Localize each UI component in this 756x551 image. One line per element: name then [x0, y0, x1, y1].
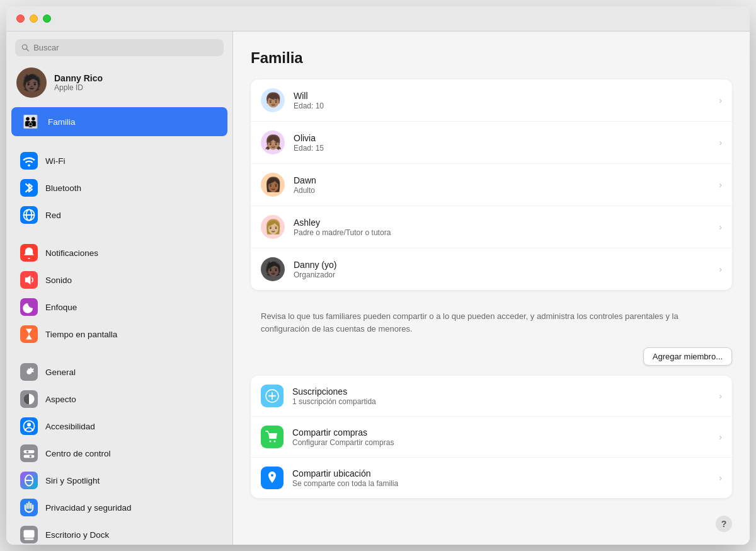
service-row-suscripciones[interactable]: Suscripciones 1 suscripción compartida ›	[251, 376, 732, 417]
siri-icon-wrapper	[20, 472, 38, 489]
member-name-will: Will	[294, 91, 710, 101]
hourglass-icon-wrapper	[20, 325, 38, 343]
close-button[interactable]	[16, 14, 25, 23]
service-name-suscripciones: Suscripciones	[292, 386, 710, 397]
svg-rect-15	[23, 530, 34, 538]
svg-marker-5	[25, 276, 31, 285]
person-circle-icon-wrapper	[20, 417, 38, 435]
suscripciones-icon	[261, 385, 284, 407]
sidebar-item-general[interactable]: General	[11, 359, 227, 385]
sidebar-item-escritorio[interactable]: Escritorio y Dock	[11, 521, 227, 545]
service-row-ubicacion[interactable]: Compartir ubicación Se comparte con toda…	[251, 458, 732, 498]
sound-icon-wrapper	[20, 271, 38, 289]
sidebar-item-enfoque[interactable]: Enfoque	[11, 294, 227, 320]
circle-half-icon-wrapper	[20, 390, 38, 408]
gear-icon-wrapper	[20, 363, 38, 381]
service-info-ubicacion: Compartir ubicación Se comparte con toda…	[292, 468, 710, 488]
sidebar-item-tiempo[interactable]: Tiempo en pantalla	[11, 321, 227, 347]
sidebar-item-familia[interactable]: 👪 Familia	[11, 107, 227, 136]
chevron-icon-ashley: ›	[719, 222, 722, 232]
member-name-danny: Danny (yo)	[294, 260, 710, 270]
siri-icon	[22, 473, 36, 487]
window: 🧑🏿 Danny Rico Apple ID 👪 Familia	[6, 6, 750, 545]
sidebar-item-aspecto[interactable]: Aspecto	[11, 386, 227, 412]
content-area: 🧑🏿 Danny Rico Apple ID 👪 Familia	[6, 32, 750, 545]
chevron-icon-danny: ›	[719, 264, 722, 274]
sidebar-item-label: Familia	[48, 117, 76, 127]
sidebar-item-siri[interactable]: Siri y Spotlight	[11, 467, 227, 494]
service-sub-ubicacion: Se comparte con toda la familia	[292, 479, 710, 488]
member-info-dawn: Dawn Adulto	[294, 175, 710, 195]
toggle-icon-wrapper	[20, 444, 38, 462]
member-info-ashley: Ashley Padre o madre/Tutor o tutora	[294, 218, 710, 237]
service-name-ubicacion: Compartir ubicación	[292, 468, 710, 478]
shopping-icon	[265, 429, 280, 444]
search-input[interactable]	[33, 43, 217, 52]
sidebar-general-label: General	[45, 368, 76, 377]
member-role-dawn: Adulto	[294, 186, 710, 195]
sidebar-escritorio-label: Escritorio y Dock	[45, 530, 109, 540]
avatar-olivia: 👧🏽	[261, 130, 285, 154]
wifi-icon-wrapper	[20, 152, 38, 170]
svg-rect-9	[23, 450, 34, 453]
compras-icon	[261, 426, 284, 448]
dock-icon-wrapper	[20, 526, 38, 543]
sidebar-centro-label: Centro de control	[45, 449, 111, 458]
sidebar-item-notificaciones[interactable]: Notificaciones	[11, 240, 227, 266]
sidebar-red-label: Red	[45, 211, 61, 220]
gear-icon	[22, 365, 36, 379]
hourglass-icon	[22, 327, 36, 341]
member-row-danny[interactable]: 🧑🏿 Danny (yo) Organizador ›	[251, 248, 732, 290]
familia-icon: 👪	[20, 112, 40, 132]
member-row-dawn[interactable]: 👩🏾 Dawn Adulto ›	[251, 164, 732, 206]
service-row-compras[interactable]: Compartir compras Configurar Compartir c…	[251, 417, 732, 458]
chevron-icon-will: ›	[719, 95, 722, 105]
sidebar-enfoque-label: Enfoque	[45, 303, 77, 312]
chevron-icon-suscripciones: ›	[719, 391, 722, 401]
sound-icon	[22, 273, 36, 287]
main-wrapper: Familia 👦🏽 Will Edad: 10 › 👧🏽	[233, 32, 750, 545]
member-row-ashley[interactable]: 👩🏼 Ashley Padre o madre/Tutor o tutora ›	[251, 206, 732, 248]
hand-icon	[22, 501, 36, 514]
ubicacion-icon	[261, 467, 284, 489]
minimize-button[interactable]	[30, 14, 38, 23]
sidebar-item-bluetooth[interactable]: Bluetooth	[11, 175, 227, 201]
svg-point-11	[26, 451, 29, 453]
member-name-dawn: Dawn	[294, 175, 710, 185]
person-circle-icon	[22, 419, 36, 433]
sidebar-notificaciones-label: Notificaciones	[45, 248, 98, 258]
service-sub-compras: Configurar Compartir compras	[292, 438, 710, 447]
hand-icon-wrapper	[20, 499, 38, 516]
sidebar-item-sonido[interactable]: Sonido	[11, 267, 227, 293]
user-profile[interactable]: 🧑🏿 Danny Rico Apple ID	[6, 61, 232, 104]
sidebar-item-wifi[interactable]: Wi-Fi	[11, 148, 227, 174]
members-card: 👦🏽 Will Edad: 10 › 👧🏽 Olivia Edad: 15	[251, 79, 732, 290]
add-member-container: Agregar miembro...	[251, 345, 732, 376]
sidebar-item-accesibilidad[interactable]: Accesibilidad	[11, 413, 227, 439]
sidebar-wifi-label: Wi-Fi	[45, 156, 65, 166]
sidebar-item-centro[interactable]: Centro de control	[11, 440, 227, 467]
user-info: Danny Rico Apple ID	[54, 73, 103, 92]
avatar-danny: 🧑🏿	[261, 257, 285, 281]
avatar: 🧑🏿	[16, 67, 47, 98]
add-member-button[interactable]: Agregar miembro...	[643, 347, 732, 366]
member-role-olivia: Edad: 15	[294, 144, 710, 153]
svg-point-20	[270, 441, 272, 443]
sidebar-tiempo-label: Tiempo en pantalla	[45, 330, 117, 339]
bell-icon	[22, 246, 36, 260]
svg-point-8	[27, 423, 31, 427]
bluetooth-icon	[22, 181, 36, 195]
member-row-olivia[interactable]: 👧🏽 Olivia Edad: 15 ›	[251, 122, 732, 164]
sidebar-item-privacidad[interactable]: Privacidad y seguridad	[11, 494, 227, 521]
maximize-button[interactable]	[43, 14, 51, 23]
sidebar-item-red[interactable]: Red	[11, 202, 227, 228]
moon-icon	[22, 300, 36, 314]
service-name-compras: Compartir compras	[292, 427, 710, 438]
description-text: Revisa lo que tus familiares pueden comp…	[251, 300, 732, 345]
help-button[interactable]: ?	[716, 516, 732, 532]
member-row-will[interactable]: 👦🏽 Will Edad: 10 ›	[251, 79, 732, 122]
bluetooth-icon-wrapper	[20, 179, 38, 197]
chevron-icon-dawn: ›	[719, 180, 722, 190]
search-bar[interactable]	[15, 39, 224, 56]
user-subtitle: Apple ID	[54, 83, 103, 92]
